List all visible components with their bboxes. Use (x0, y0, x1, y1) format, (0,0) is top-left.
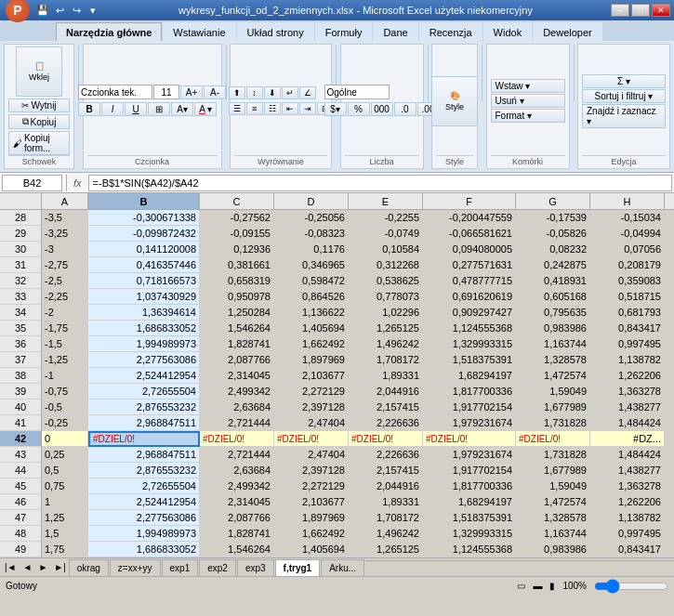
cell-H31[interactable]: 0,208179 (590, 257, 665, 273)
align-left-btn[interactable]: ☰ (229, 102, 245, 115)
cell-E35[interactable]: 1,265125 (349, 321, 423, 336)
cell-C33[interactable]: 0,950978 (200, 289, 274, 305)
cell-C41[interactable]: 2,721444 (200, 415, 274, 431)
cell-C35[interactable]: 1,546264 (200, 321, 274, 336)
cell-F46[interactable]: 1,68294197 (423, 494, 516, 510)
tab-data[interactable]: Dane (373, 22, 417, 41)
cell-A40[interactable]: -0,5 (42, 400, 88, 415)
text-angle-btn[interactable]: ∠ (299, 86, 316, 99)
cell-F42[interactable]: #DZIEL/0! (423, 431, 516, 447)
row-header-47[interactable]: 47 (0, 510, 41, 526)
cell-H29[interactable]: -0,04994 (590, 226, 665, 242)
cell-B45[interactable]: 2,72655504 (88, 478, 200, 494)
cell-A30[interactable]: -3 (42, 242, 88, 257)
styles-button[interactable]: 🎨 Style (431, 76, 478, 126)
sheet-next-btn[interactable]: ► (35, 562, 50, 572)
border-button[interactable]: ⊞ (148, 102, 170, 116)
cell-D46[interactable]: 2,103677 (274, 494, 349, 510)
paste-special-button[interactable]: 🖌 Kopiuj form... (8, 131, 70, 155)
number-format-input[interactable] (324, 85, 390, 99)
cell-G44[interactable]: 1,677989 (516, 463, 590, 478)
cell-A32[interactable]: -2,5 (42, 273, 88, 289)
cell-C46[interactable]: 2,314045 (200, 494, 274, 510)
close-button[interactable]: ✕ (652, 4, 670, 17)
cell-C32[interactable]: 0,658319 (200, 273, 274, 289)
cell-E48[interactable]: 1,496242 (349, 526, 423, 542)
cell-B44[interactable]: 2,876553232 (88, 463, 200, 478)
tab-formulas[interactable]: Formuły (315, 22, 373, 41)
cell-D29[interactable]: -0,08323 (274, 226, 349, 242)
maximize-button[interactable]: □ (631, 4, 650, 17)
cell-F36[interactable]: 1,329993315 (423, 336, 516, 352)
cell-reference-box[interactable] (2, 175, 62, 191)
cell-A31[interactable]: -2,75 (42, 257, 88, 273)
increase-indent-btn[interactable]: ⇥ (299, 102, 316, 115)
row-header-45[interactable]: 45 (0, 478, 41, 494)
cell-D48[interactable]: 1,662492 (274, 526, 349, 542)
wrap-text-btn[interactable]: ↵ (282, 86, 298, 99)
row-header-34[interactable]: 34 (0, 305, 41, 321)
cell-B36[interactable]: 1,994989973 (88, 336, 200, 352)
cell-E29[interactable]: -0,0749 (349, 226, 423, 242)
tab-view[interactable]: Widok (483, 22, 533, 41)
cell-D43[interactable]: 2,47404 (274, 447, 349, 463)
cell-H36[interactable]: 0,997495 (590, 336, 665, 352)
cell-D31[interactable]: 0,346965 (274, 257, 349, 273)
row-header-49[interactable]: 49 (0, 542, 41, 557)
cell-F45[interactable]: 1,817700336 (423, 478, 516, 494)
cell-B40[interactable]: 2,876553232 (88, 400, 200, 415)
cell-H41[interactable]: 1,484424 (590, 415, 665, 431)
cell-A39[interactable]: -0,75 (42, 384, 88, 400)
row-header-44[interactable]: 44 (0, 463, 41, 478)
cell-A41[interactable]: -0,25 (42, 415, 88, 431)
font-color-button[interactable]: A▾ (194, 102, 217, 116)
cell-C44[interactable]: 2,63684 (200, 463, 274, 478)
cell-G34[interactable]: 0,795635 (516, 305, 590, 321)
cell-G32[interactable]: 0,418931 (516, 273, 590, 289)
cell-D32[interactable]: 0,598472 (274, 273, 349, 289)
save-quick-btn[interactable]: 💾 (35, 3, 50, 18)
cell-H48[interactable]: 0,997495 (590, 526, 665, 542)
row-header-33[interactable]: 33 (0, 289, 41, 305)
percent-btn[interactable]: % (348, 102, 370, 116)
cell-F40[interactable]: 1,917702154 (423, 400, 516, 415)
cell-E37[interactable]: 1,708172 (349, 352, 423, 368)
decrease-decimal-btn[interactable]: .0 (394, 102, 416, 116)
font-size-input[interactable] (153, 85, 179, 99)
cell-E43[interactable]: 2,226636 (349, 447, 423, 463)
cell-B28[interactable]: -0,300671338 (88, 210, 200, 226)
sheet-tab-exp2[interactable]: exp2 (199, 559, 236, 576)
cell-F30[interactable]: 0,094080005 (423, 242, 516, 257)
tab-developer[interactable]: Deweloper (533, 22, 602, 41)
row-header-46[interactable]: 46 (0, 494, 41, 510)
view-layout-btn[interactable]: ▬ (533, 581, 542, 591)
cell-E41[interactable]: 2,226636 (349, 415, 423, 431)
cell-E31[interactable]: 0,312268 (349, 257, 423, 273)
cell-D42[interactable]: #DZIEL/0! (274, 431, 349, 447)
sort-filter-btn[interactable]: Sortuj i filtruj ▾ (582, 89, 666, 103)
cell-A29[interactable]: -3,25 (42, 226, 88, 242)
decrease-font-btn[interactable]: A- (204, 85, 226, 99)
cell-D34[interactable]: 1,136622 (274, 305, 349, 321)
underline-button[interactable]: U (125, 102, 147, 116)
cell-E40[interactable]: 2,157415 (349, 400, 423, 415)
cell-D47[interactable]: 1,897969 (274, 510, 349, 526)
cell-H37[interactable]: 1,138782 (590, 352, 665, 368)
sheet-tab-f-tryg1[interactable]: f,tryg1 (275, 559, 321, 576)
cell-A35[interactable]: -1,75 (42, 321, 88, 336)
office-button[interactable]: P (6, 0, 30, 22)
cell-D45[interactable]: 2,272129 (274, 478, 349, 494)
cell-B34[interactable]: 1,36394614 (88, 305, 200, 321)
cell-B39[interactable]: 2,72655504 (88, 384, 200, 400)
undo-quick-btn[interactable]: ↩ (52, 3, 67, 18)
cell-D39[interactable]: 2,272129 (274, 384, 349, 400)
cell-G43[interactable]: 1,731828 (516, 447, 590, 463)
cell-B43[interactable]: 2,968847511 (88, 447, 200, 463)
cell-B31[interactable]: 0,416357446 (88, 257, 200, 273)
cell-B38[interactable]: 2,524412954 (88, 368, 200, 384)
cell-F48[interactable]: 1,329993315 (423, 526, 516, 542)
cell-H33[interactable]: 0,518715 (590, 289, 665, 305)
tab-page-layout[interactable]: Układ strony (237, 22, 314, 41)
cell-C40[interactable]: 2,63684 (200, 400, 274, 415)
sheet-tab-z-xx-yy[interactable]: z=xx+yy (110, 559, 161, 576)
